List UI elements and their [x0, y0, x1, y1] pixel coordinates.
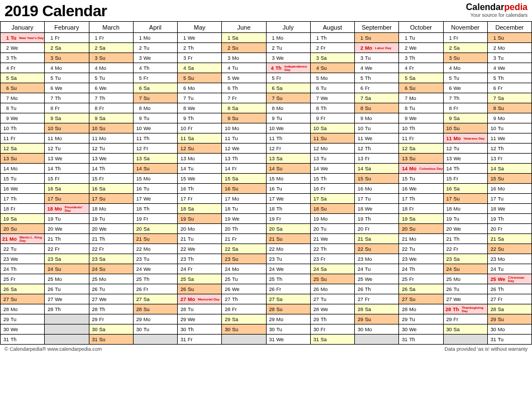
day-number: 27	[445, 297, 452, 302]
day-number: 28	[357, 307, 363, 312]
day-number: 27	[46, 297, 53, 302]
day-of-week: Th	[188, 116, 194, 121]
day-cell	[45, 335, 89, 345]
day-cell: 18Fr	[1, 204, 45, 214]
day-of-week: Sa	[498, 307, 504, 312]
day-number: 29	[179, 317, 186, 322]
brand-tag: Your source for calendars	[466, 12, 528, 18]
day-of-week: Su	[55, 55, 61, 61]
day-number: 10	[401, 126, 407, 131]
day-of-week: Mo	[365, 186, 372, 192]
day-of-week: Su	[409, 226, 415, 232]
day-row: 16We16Sa16Sa16Tu16Th16Su16Tu16Fr16Mo16We…	[1, 184, 532, 194]
day-of-week: Tu	[365, 266, 370, 272]
day-cell: 19We	[222, 214, 266, 224]
day-of-week: Tu	[55, 216, 60, 222]
day-of-week: Tu	[454, 287, 459, 292]
day-cell: 30Fr	[310, 324, 354, 335]
day-cell: 11Tu	[222, 133, 266, 144]
day-of-week: Su	[99, 196, 106, 202]
day-number: 8	[490, 106, 496, 111]
day-cell: 5Fr	[266, 73, 310, 83]
day-number: 3	[357, 55, 363, 61]
day-number: 31	[268, 337, 275, 342]
day-number: 3	[2, 55, 9, 61]
day-cell: 2Tu	[266, 43, 310, 53]
day-of-week: Th	[321, 317, 327, 322]
day-of-week: We	[188, 35, 195, 41]
day-number: 24	[312, 266, 319, 272]
day-number: 10	[2, 126, 9, 131]
day-of-week: Th	[11, 196, 17, 202]
day-number: 30	[357, 327, 363, 332]
day-number: 15	[490, 176, 496, 182]
day-of-week: Su	[11, 297, 17, 302]
day-of-week: Sa	[321, 266, 327, 272]
day-cell: 12Mo	[310, 144, 354, 154]
day-cell	[45, 324, 89, 335]
day-number: 25	[91, 276, 98, 282]
day-of-week: We	[498, 276, 505, 282]
day-of-week: Th	[55, 96, 61, 101]
day-of-week: Sa	[454, 327, 460, 332]
day-cell: 24Tu	[355, 264, 399, 274]
day-of-week: Tu	[232, 276, 238, 282]
day-of-week: Tu	[188, 307, 193, 312]
day-of-week: Fr	[365, 85, 370, 91]
day-number: 16	[401, 186, 407, 192]
day-of-week: We	[409, 45, 416, 51]
day-cell: 12Fr	[266, 144, 310, 154]
day-cell: 14Sa	[355, 164, 399, 174]
day-number: 26	[268, 287, 275, 292]
day-of-week: Su	[188, 146, 194, 151]
day-of-week: Sa	[188, 65, 194, 71]
day-of-week: Mo	[321, 216, 328, 222]
day-of-week: Th	[454, 166, 460, 171]
day-cell: 21Mo	[399, 234, 443, 244]
day-number: 24	[135, 266, 142, 272]
day-number: 23	[46, 256, 53, 262]
day-of-week: Fr	[99, 317, 104, 322]
day-row: 20Su20We20We20Sa20Mo20Th20Sa20Tu20Fr20Su…	[1, 224, 532, 234]
day-cell: 25Mo	[443, 274, 487, 284]
day-number: 1	[224, 35, 230, 41]
day-of-week: Th	[321, 35, 327, 41]
day-number: 20	[268, 226, 275, 232]
day-number: 31	[312, 337, 319, 342]
day-number: 27	[357, 297, 363, 302]
day-of-week: Sa	[144, 156, 150, 161]
day-cell: 18We	[487, 204, 531, 214]
day-cell: 13We	[89, 154, 133, 164]
day-cell: 2Su	[222, 43, 266, 53]
day-number: 16	[445, 186, 452, 192]
day-cell	[355, 335, 399, 345]
day-number: 26	[91, 287, 98, 292]
day-of-week: Mo	[498, 116, 505, 121]
day-cell: 8Su	[355, 103, 399, 113]
day-cell: 15Fr	[89, 174, 133, 184]
day-of-week: Th	[232, 156, 238, 161]
day-cell: 20Sa	[133, 224, 177, 234]
day-number: 14	[268, 166, 275, 171]
day-of-week: Fr	[321, 327, 326, 332]
day-of-week: We	[409, 116, 416, 121]
day-cell: 7Th	[89, 93, 133, 103]
day-cell: 16Sa	[443, 184, 487, 194]
day-number: 9	[401, 116, 407, 121]
day-number: 4	[46, 65, 53, 71]
day-cell: 17Su	[443, 194, 487, 204]
day-cell: 24Th	[1, 264, 45, 274]
day-of-week: Tu	[11, 176, 16, 182]
day-cell: 29Fr	[443, 314, 487, 324]
day-cell: 22Mo	[133, 244, 177, 254]
day-cell: 5Tu	[89, 73, 133, 83]
day-cell: 31Th	[399, 335, 443, 345]
day-number: 31	[179, 337, 186, 342]
day-cell: 17Fr	[178, 194, 222, 204]
day-number: 6	[2, 85, 9, 91]
day-row: 26Sa26Tu26Tu26Fr26Su26We26Fr26Mo26Th26Sa…	[1, 284, 532, 294]
day-row: 5Sa5Tu5Tu5Fr5Su5We5Fr5Mo5Th5Sa5Tu5Th	[1, 73, 532, 83]
day-of-week: Su	[277, 236, 283, 242]
day-of-week: Th	[55, 166, 61, 171]
day-number: 4	[135, 65, 142, 71]
